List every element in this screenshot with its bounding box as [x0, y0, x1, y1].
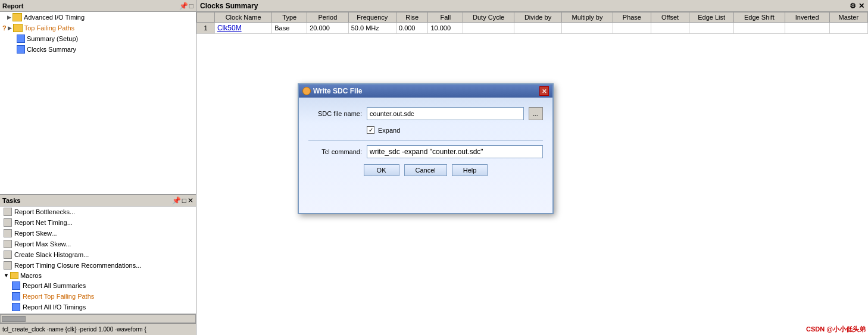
clock-name-link-1[interactable]: Clk50M: [217, 24, 242, 32]
doc-icon-clocks-summary: [17, 45, 25, 54]
tasks-panel-icons: 📌 □ ✕: [172, 196, 193, 205]
macro-label-all-summaries: Report All Summaries: [23, 282, 86, 289]
sdc-file-row: SDC file name: ...: [308, 107, 543, 120]
col-fall: Fall: [428, 12, 463, 23]
macro-report-top-failing-paths[interactable]: Report Top Failing Paths: [0, 291, 196, 302]
cell-master-1: [829, 23, 867, 34]
cell-inverted-1: [785, 23, 829, 34]
report-panel-title: Report: [2, 2, 23, 10]
task-report-max-skew[interactable]: Report Max Skew...: [0, 239, 196, 249]
macro-label-all-io: Report All I/O Timings: [23, 303, 86, 311]
tree-arrow-advanced-io: ▶: [7, 14, 11, 20]
cell-clock-name-1[interactable]: Clk50M: [214, 23, 271, 34]
task-report-net-timing[interactable]: Report Net Timing...: [0, 217, 196, 228]
left-panel-hscroll[interactable]: [0, 314, 196, 323]
report-tree: ▶ Advanced I/O Timing ? ▶ Top Failing Pa…: [0, 12, 196, 195]
col-master: Master: [829, 12, 867, 23]
question-icon-top-failing: ?: [2, 24, 7, 32]
col-frequency: Frequency: [348, 12, 396, 23]
cell-period-1: 20.000: [307, 23, 349, 34]
col-type: Type: [272, 12, 307, 23]
browse-button[interactable]: ...: [529, 107, 543, 120]
col-period: Period: [307, 12, 349, 23]
folder-icon-advanced-io: [13, 13, 22, 21]
task-icon-skew: [4, 229, 12, 237]
expand-checkbox-row: ✓ Expand: [367, 126, 543, 134]
dialog-close-button[interactable]: ✕: [539, 86, 549, 96]
task-create-slack-histogram[interactable]: Create Slack Histogram...: [0, 249, 196, 260]
tree-item-advanced-io[interactable]: ▶ Advanced I/O Timing: [0, 12, 196, 23]
tree-item-summary-setup[interactable]: Summary (Setup): [0, 33, 196, 44]
tree-item-top-failing[interactable]: ? ▶ Top Failing Paths: [0, 23, 196, 33]
task-report-skew[interactable]: Report Skew...: [0, 228, 196, 239]
col-edge-shift: Edge Shift: [734, 12, 785, 23]
col-edge-list: Edge List: [689, 12, 734, 23]
expand-label: Expand: [378, 127, 400, 134]
folder-icon-top-failing: [13, 24, 23, 32]
cell-edge-shift-1: [734, 23, 785, 34]
task-label-net-timing: Report Net Timing...: [14, 219, 73, 226]
tree-arrow-top-failing: ▶: [8, 25, 12, 31]
task-label-max-skew: Report Max Skew...: [14, 240, 71, 248]
settings-icon[interactable]: ⚙: [850, 2, 856, 10]
macros-folder[interactable]: ▼ Macros: [0, 271, 196, 280]
cell-phase-1: [613, 23, 651, 34]
macro-report-all-summaries[interactable]: Report All Summaries: [0, 280, 196, 291]
sdc-file-label: SDC file name:: [308, 110, 362, 117]
task-label-skew: Report Skew...: [14, 230, 57, 237]
task-report-timing-closure[interactable]: Report Timing Closure Recommendations...: [0, 260, 196, 271]
task-label-bottlenecks: Report Bottlenecks...: [14, 208, 75, 215]
col-phase: Phase: [613, 12, 651, 23]
macro-icon-all-summaries: [12, 281, 20, 290]
task-icon-slack-histogram: [4, 251, 12, 259]
right-panel: Clocks Summary ⚙ ✕ Clock Name Type Perio…: [196, 0, 868, 335]
task-label-slack-histogram: Create Slack Histogram...: [14, 251, 89, 258]
doc-icon-summary-setup: [17, 35, 25, 43]
tasks-panel-header: Tasks 📌 □ ✕: [0, 195, 196, 206]
tasks-panel: Tasks 📌 □ ✕ Report Bottlenecks... Report…: [0, 195, 196, 314]
left-panel: Report 📌 □ ▶ Advanced I/O Timing ? ▶ Top…: [0, 0, 196, 335]
ok-button[interactable]: OK: [364, 164, 399, 176]
macros-folder-icon: [10, 272, 18, 279]
maximize-icon[interactable]: □: [189, 2, 193, 10]
cell-multiply-by-1: [562, 23, 613, 34]
task-icon-max-skew: [4, 240, 12, 248]
macros-folder-label: Macros: [20, 272, 42, 279]
dialog-titlebar: Write SDC File ✕: [299, 84, 552, 98]
header-icons: ⚙ ✕: [850, 2, 864, 10]
close-icon-header[interactable]: ✕: [858, 2, 864, 10]
cell-fall-1: 10.000: [428, 23, 463, 34]
macro-report-all-io[interactable]: Report All I/O Timings: [0, 302, 196, 312]
task-icon-bottlenecks: [4, 208, 12, 216]
clocks-summary-header: Clocks Summary ⚙ ✕: [196, 0, 868, 12]
col-duty-cycle: Duty Cycle: [463, 12, 514, 23]
task-report-bottlenecks[interactable]: Report Bottlenecks...: [0, 206, 196, 217]
report-panel-icons: 📌 □: [179, 2, 193, 10]
tree-item-clocks-summary[interactable]: Clocks Summary: [0, 44, 196, 55]
pin-icon[interactable]: 📌: [179, 2, 188, 10]
col-multiply-by: Multiply by: [562, 12, 613, 23]
cell-divide-by-1: [514, 23, 561, 34]
col-offset: Offset: [651, 12, 689, 23]
table-row: 1 Clk50M Base 20.000 50.0 MHz 0.000 10.0…: [197, 23, 868, 34]
col-num: [197, 12, 215, 23]
dialog-title-icon: [302, 87, 311, 95]
sdc-file-input[interactable]: [367, 107, 524, 120]
dialog-title: Write SDC File: [302, 87, 362, 95]
tasks-maximize-icon[interactable]: □: [182, 196, 186, 205]
tree-label-top-failing: Top Failing Paths: [24, 24, 74, 32]
expand-checkbox[interactable]: ✓: [367, 126, 374, 134]
cell-duty-cycle-1: [463, 23, 514, 34]
cell-edge-list-1: [689, 23, 734, 34]
tasks-close-icon[interactable]: ✕: [188, 196, 193, 205]
cancel-button[interactable]: Cancel: [404, 164, 447, 176]
tree-label-clocks-summary: Clocks Summary: [27, 46, 76, 53]
tcl-label: Tcl command:: [308, 148, 362, 155]
tasks-pin-icon[interactable]: 📌: [172, 196, 181, 205]
clocks-summary-title: Clocks Summary: [200, 2, 258, 10]
macro-label-top-failing-paths: Report Top Failing Paths: [23, 293, 94, 300]
dialog-title-text: Write SDC File: [313, 87, 362, 95]
dialog-separator: [308, 140, 543, 140]
help-button[interactable]: Help: [452, 164, 488, 176]
report-panel-header: Report 📌 □: [0, 0, 196, 12]
